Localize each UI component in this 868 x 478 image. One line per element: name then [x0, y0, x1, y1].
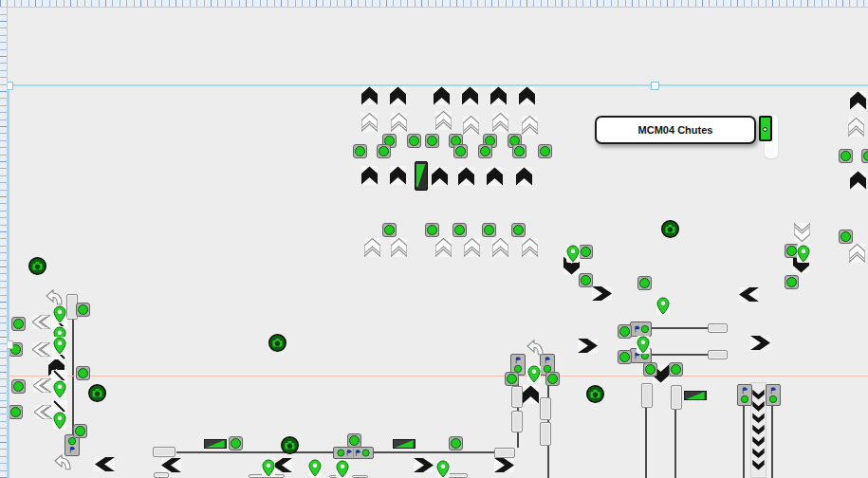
chevron-up-white-icon[interactable] [435, 238, 452, 257]
location-pin-icon[interactable] [308, 459, 322, 477]
chevron-left-white-icon[interactable] [34, 405, 52, 419]
chevron-up-black-icon[interactable] [490, 86, 507, 105]
status-dot-icon[interactable] [511, 223, 526, 237]
chevron-chute[interactable] [750, 382, 766, 478]
chevron-up-white-icon[interactable] [391, 113, 407, 132]
chevron-left-white-icon[interactable] [32, 315, 50, 329]
chevron-up-black-icon[interactable] [361, 166, 378, 185]
location-pin-icon[interactable] [527, 365, 541, 383]
chevron-up-black-icon[interactable] [390, 166, 406, 185]
status-dot-icon[interactable] [449, 436, 463, 450]
diagonal-gauge-horizontal-icon[interactable] [684, 391, 707, 400]
status-dot-icon[interactable] [478, 144, 492, 158]
chevron-up-black-icon[interactable] [458, 167, 474, 186]
conveyor-segment[interactable] [511, 386, 523, 408]
status-dot-icon[interactable] [11, 379, 26, 394]
chevron-up-white-icon[interactable] [391, 238, 407, 257]
location-pin-icon[interactable] [53, 380, 66, 398]
station-box[interactable] [630, 322, 652, 337]
conveyor-segment[interactable] [641, 383, 653, 408]
status-dot-icon[interactable] [505, 372, 519, 386]
chevron-right-black-icon[interactable] [414, 458, 434, 472]
status-dot-icon[interactable] [618, 324, 632, 339]
status-dot-icon[interactable] [839, 230, 853, 244]
status-dot-icon[interactable] [425, 223, 439, 237]
camera-icon[interactable] [88, 384, 106, 402]
chute-door-indicator[interactable] [759, 116, 772, 141]
location-pin-icon[interactable] [53, 412, 66, 430]
conveyor-segment[interactable] [511, 411, 523, 432]
conveyor-segment[interactable] [708, 323, 728, 333]
chevron-left-white-icon[interactable] [32, 342, 50, 357]
chevron-up-white-icon[interactable] [464, 238, 480, 257]
diagonal-gauge-horizontal-icon[interactable] [204, 439, 227, 449]
station-box[interactable] [737, 384, 752, 406]
conveyor-segment[interactable] [671, 385, 682, 410]
status-dot-icon[interactable] [643, 362, 657, 377]
chevron-down-white-icon[interactable] [794, 223, 810, 242]
chevron-right-black-icon[interactable] [592, 286, 612, 301]
chevron-up-white-icon[interactable] [361, 113, 378, 132]
location-pin-icon[interactable] [262, 459, 275, 477]
location-pin-icon[interactable] [656, 297, 670, 315]
chevron-up-white-icon[interactable] [435, 111, 452, 130]
camera-icon[interactable] [281, 436, 299, 454]
camera-icon[interactable] [268, 334, 286, 352]
chevron-right-black-icon[interactable] [578, 339, 598, 353]
status-dot-icon[interactable] [11, 317, 26, 331]
status-dot-icon[interactable] [618, 350, 632, 364]
chevron-up-black-icon[interactable] [519, 86, 535, 105]
selection-handle[interactable] [651, 82, 659, 90]
conveyor-segment[interactable] [708, 350, 728, 359]
station-box[interactable] [333, 447, 374, 459]
camera-icon[interactable] [661, 220, 679, 238]
status-dot-icon[interactable] [512, 144, 526, 158]
camera-icon[interactable] [586, 385, 604, 403]
conveyor-segment[interactable] [540, 397, 551, 420]
chevron-left-black-icon[interactable] [272, 458, 292, 472]
status-dot-icon[interactable] [452, 223, 467, 237]
chevron-up-black-icon[interactable] [850, 171, 866, 190]
diagram-canvas[interactable]: MCM04 Chutes [0, 0, 868, 478]
chevron-left-black-icon[interactable] [95, 457, 115, 471]
status-dot-icon[interactable] [579, 273, 593, 287]
conveyor-segment[interactable] [153, 447, 175, 457]
location-pin-icon[interactable] [336, 460, 349, 478]
diagonal-gauge-horizontal-icon[interactable] [393, 439, 416, 449]
diagonal-gauge-vertical-icon[interactable] [415, 161, 428, 191]
chevron-up-black-icon[interactable] [361, 86, 378, 105]
status-dot-icon[interactable] [785, 275, 799, 289]
conveyor-segment[interactable] [154, 472, 169, 478]
chevron-up-black-icon[interactable] [390, 86, 406, 105]
status-dot-icon[interactable] [73, 424, 87, 438]
status-dot-icon[interactable] [482, 223, 496, 237]
chevron-up-white-icon[interactable] [849, 244, 865, 263]
chevron-up-black-icon[interactable] [850, 91, 866, 110]
status-dot-icon[interactable] [9, 405, 23, 419]
chevron-up-white-icon[interactable] [364, 238, 380, 257]
status-dot-icon[interactable] [637, 276, 652, 290]
status-dot-icon[interactable] [538, 144, 552, 158]
conveyor-segment[interactable] [494, 448, 515, 458]
status-dot-icon[interactable] [839, 149, 853, 163]
status-dot-icon[interactable] [76, 366, 90, 380]
camera-icon[interactable] [28, 257, 46, 275]
chevron-up-black-icon[interactable] [434, 86, 450, 105]
location-pin-icon[interactable] [566, 245, 580, 263]
chute-group-label[interactable]: MCM04 Chutes [595, 116, 756, 144]
status-dot-icon[interactable] [453, 144, 468, 158]
chevron-up-black-icon[interactable] [487, 167, 503, 186]
chevron-up-black-icon[interactable] [462, 86, 478, 105]
status-dot-icon[interactable] [579, 245, 593, 259]
status-dot-icon[interactable] [377, 144, 391, 158]
status-dot-icon[interactable] [425, 134, 439, 148]
chevron-up-white-icon[interactable] [463, 116, 479, 135]
chevron-up-white-icon[interactable] [522, 238, 538, 257]
status-dot-icon[interactable] [407, 134, 421, 148]
status-dot-icon[interactable] [669, 362, 683, 377]
turn-arrow-icon[interactable] [54, 454, 73, 470]
status-dot-icon[interactable] [545, 372, 560, 386]
conveyor-segment[interactable] [540, 422, 551, 446]
status-dot-icon[interactable] [229, 436, 243, 450]
status-dot-icon[interactable] [382, 223, 397, 237]
